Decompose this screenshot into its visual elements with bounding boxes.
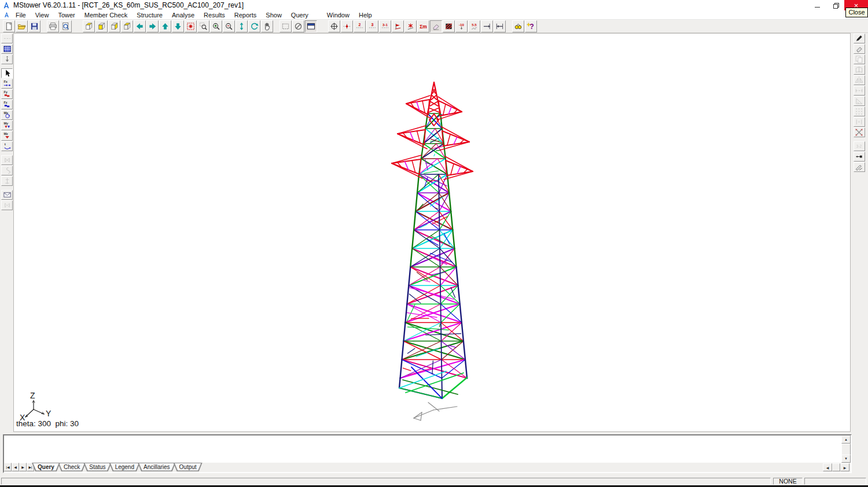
tab-status[interactable]: Status: [83, 463, 111, 471]
tab-ancillaries[interactable]: Ancillaries: [138, 463, 176, 471]
menu-analyse[interactable]: Analyse: [167, 11, 199, 19]
scroll-down-button[interactable]: ▼: [841, 455, 851, 463]
pan-left-button[interactable]: [134, 20, 146, 32]
label-3-1-button[interactable]: 3-1: [379, 20, 391, 32]
label-3-button[interactable]: 3: [366, 20, 378, 32]
torsion-load-button[interactable]: t: [1, 141, 13, 151]
load-scale-down-button[interactable]: -10: [455, 20, 468, 32]
next-tab-button[interactable]: ▶: [19, 463, 27, 471]
node-flag-button[interactable]: [392, 20, 404, 32]
force-fz-button[interactable]: Fz: [1, 100, 13, 109]
save-button[interactable]: [28, 20, 41, 32]
force-fx-button[interactable]: Fx: [1, 79, 13, 89]
print-button[interactable]: [47, 20, 59, 32]
tab-legend[interactable]: Legend: [109, 463, 140, 471]
stretch-fit-icon: [855, 128, 863, 137]
select-region-button[interactable]: [279, 20, 292, 32]
pan-up-button[interactable]: [159, 20, 171, 32]
no-redraw-button[interactable]: [292, 20, 304, 32]
erase-member-button[interactable]: [854, 44, 865, 54]
view-wire-front-button[interactable]: [95, 20, 108, 32]
minimize-button[interactable]: [808, 0, 826, 10]
sum-members-button[interactable]: Σm: [417, 20, 429, 32]
menu-tower[interactable]: Tower: [53, 11, 79, 19]
axes-at-end-button[interactable]: [481, 20, 493, 32]
menu-results[interactable]: Results: [199, 11, 230, 19]
print-preview-icon: [61, 22, 70, 31]
member-edit-button[interactable]: [854, 162, 865, 172]
find-member-button[interactable]: [512, 20, 524, 32]
axes-at-mid-button[interactable]: [494, 20, 506, 32]
full-window-button[interactable]: [305, 20, 317, 32]
snap-target-button[interactable]: [328, 20, 340, 32]
menu-reports[interactable]: Reports: [230, 11, 262, 19]
moment-mz-button[interactable]: Mz: [1, 131, 13, 141]
zoom-out-button[interactable]: [223, 20, 235, 32]
pan-hand-button[interactable]: [261, 20, 273, 32]
select-pointer-button[interactable]: [1, 68, 13, 78]
tab-query[interactable]: Query: [32, 463, 60, 471]
query-output-area[interactable]: [4, 435, 841, 463]
menu-help[interactable]: Help: [354, 11, 377, 19]
bowtie-a-icon: [3, 156, 12, 164]
scroll-up-button[interactable]: ▲: [841, 435, 851, 444]
draw-member-button[interactable]: [854, 34, 865, 43]
new-button[interactable]: [3, 20, 15, 32]
pan-right-button[interactable]: [146, 20, 159, 32]
view-wire-side-button[interactable]: [108, 20, 120, 32]
output-horizontal-scrollbar[interactable]: ◀ ▶: [823, 463, 849, 471]
load-values-button[interactable]: 5.5: [468, 20, 480, 32]
rotate-view-button[interactable]: [248, 20, 260, 32]
menu-window[interactable]: Window: [322, 11, 354, 19]
fit-height-button[interactable]: [236, 20, 248, 32]
menu-member-check[interactable]: Member Check: [80, 11, 133, 19]
drop-marker-button[interactable]: [1, 54, 13, 64]
scroll-left-button[interactable]: ◀: [823, 463, 832, 471]
menu-query[interactable]: Query: [286, 11, 313, 19]
label-2-button[interactable]: 2: [354, 20, 366, 32]
scroll-thumb-h[interactable]: [832, 463, 840, 471]
tower-model-drawing: [14, 34, 850, 431]
view-solid-button[interactable]: [83, 20, 95, 32]
svg-text:2: 2: [359, 23, 361, 27]
force-fy-button[interactable]: Fy: [1, 89, 13, 99]
label-2-icon: 2: [355, 22, 364, 31]
scroll-right-button[interactable]: ▶: [840, 463, 849, 471]
tab-check[interactable]: Check: [58, 463, 86, 471]
help-button[interactable]: ?: [525, 20, 537, 32]
menu-structure[interactable]: Structure: [132, 11, 167, 19]
end-release-button[interactable]: [854, 152, 865, 162]
left-toolbar: FxFyFzMxMyMzt: [1, 34, 13, 211]
zoom-in-button[interactable]: [210, 20, 222, 32]
view-wire-top-button[interactable]: [121, 20, 133, 32]
restore-button[interactable]: [826, 0, 844, 10]
model-viewport[interactable]: Z Y X theta: 300 phi: 30: [13, 33, 851, 432]
highlight-off-button[interactable]: [430, 20, 442, 32]
open-button[interactable]: [16, 20, 28, 32]
output-vertical-scrollbar[interactable]: ▲ ▼: [841, 435, 851, 463]
tension-only-button: [1, 176, 13, 186]
zoom-window-button[interactable]: [197, 20, 209, 32]
prev-tab-button[interactable]: ◀: [12, 463, 19, 471]
stretch-fit-button[interactable]: [854, 127, 865, 137]
node-grid-button[interactable]: [1, 44, 13, 54]
node-symbols-button[interactable]: [341, 20, 353, 32]
section-display-icon: [444, 22, 453, 31]
menu-view[interactable]: View: [31, 11, 54, 19]
first-tab-button[interactable]: |◀: [4, 463, 12, 471]
print-preview-button[interactable]: [60, 20, 72, 32]
tab-output[interactable]: Output: [174, 463, 203, 471]
moment-my-button[interactable]: My: [1, 120, 13, 130]
pan-down-button[interactable]: [172, 20, 184, 32]
envelope-button[interactable]: [1, 190, 13, 200]
member-break-button[interactable]: [404, 20, 417, 32]
panel-tab-bar: |◀◀▶▶|QueryCheckStatusLegendAncillariesO…: [4, 463, 851, 472]
menu-file[interactable]: File: [11, 11, 31, 19]
view-solid-icon: [84, 22, 93, 31]
moment-mx-button[interactable]: Mx: [1, 110, 13, 120]
dimension-icon: [855, 86, 863, 95]
section-display-button[interactable]: [443, 20, 455, 32]
zoom-extents-button[interactable]: [185, 20, 197, 32]
menu-show[interactable]: Show: [261, 11, 286, 19]
force-fz-icon: Fz: [3, 100, 12, 109]
